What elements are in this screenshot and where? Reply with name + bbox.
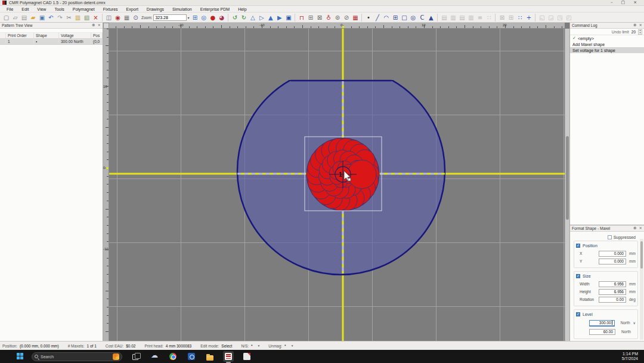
format-panel-scrollbar[interactable]	[640, 239, 643, 340]
print-preview-icon[interactable]: ◫	[105, 14, 113, 21]
minimize-button[interactable]: –	[611, 0, 613, 5]
chrome-icon[interactable]	[168, 351, 178, 362]
open-folder-icon[interactable]: ▰	[29, 14, 37, 21]
rotate-ccw-icon[interactable]: ↺	[231, 14, 239, 21]
voltage-secondary-input[interactable]: 60.00	[589, 329, 615, 335]
height-input[interactable]: 6.956	[599, 289, 626, 295]
delete-icon[interactable]: ×	[92, 14, 100, 21]
maxel-pattern[interactable]: 1	[306, 138, 379, 211]
close-icon[interactable]: ×	[639, 226, 642, 231]
draw-ring-icon[interactable]: C	[418, 14, 426, 21]
menu-drawings[interactable]: Drawings	[143, 6, 168, 13]
polarity-view-icon[interactable]: ◉	[114, 14, 122, 21]
menu-simulation[interactable]: Simulation	[168, 6, 196, 13]
command-log-entry[interactable]: Set voltage for 1 shape	[570, 47, 644, 53]
magnet-pie-icon[interactable]: ◕	[218, 14, 225, 21]
flip-down-icon[interactable]: ▲	[267, 14, 274, 21]
grid-toggle-icon[interactable]: ⊞	[191, 14, 199, 21]
array-grid-add-icon[interactable]: ⊠	[315, 14, 323, 21]
task-view-icon[interactable]	[131, 351, 141, 362]
paste-icon[interactable]: ▧	[83, 14, 91, 21]
show-points-icon[interactable]: ∷	[516, 14, 524, 21]
array-grid-icon[interactable]: ⊞	[306, 14, 314, 21]
command-log-entry[interactable]: ✓<empty>	[570, 35, 644, 41]
sphere-array-off-icon[interactable]: ⊘	[342, 14, 350, 21]
suppressed-checkbox[interactable]	[608, 235, 612, 239]
voltage-input[interactable]: 300.00	[589, 320, 615, 326]
maximize-button[interactable]: ▢	[621, 0, 626, 5]
menu-tools[interactable]: Tools	[50, 6, 68, 13]
scrollbar-thumb[interactable]	[640, 241, 643, 269]
snap-target-icon[interactable]: ◎	[200, 14, 208, 21]
menu-edit[interactable]: Edit	[17, 6, 33, 13]
flip-left-icon[interactable]: ▶	[275, 14, 283, 21]
checker-array-icon[interactable]: ▦	[351, 14, 359, 21]
y-input[interactable]: 0.000	[599, 259, 626, 264]
rotation-input[interactable]: 0.00	[599, 297, 626, 303]
cut-icon[interactable]: ✂	[65, 14, 73, 21]
rotate-cw-icon[interactable]: ↻	[240, 14, 247, 21]
draw-grid-icon[interactable]: ⊞	[391, 14, 399, 21]
magnet-circle-icon[interactable]: ●	[209, 14, 216, 21]
flip-right-icon[interactable]: ▷	[258, 14, 265, 21]
outlook-icon[interactable]	[186, 351, 197, 362]
draw-line-icon[interactable]: ╱	[373, 14, 381, 21]
new-file-icon[interactable]: ▢	[2, 14, 10, 21]
pin-icon[interactable]: ⊕	[633, 226, 636, 231]
search-highlights-icon[interactable]	[113, 353, 119, 360]
file-explorer-icon[interactable]	[205, 351, 215, 362]
menu-file[interactable]: File	[2, 6, 17, 13]
level-checkbox[interactable]	[576, 312, 580, 316]
move-tool-icon[interactable]: +	[525, 14, 532, 21]
redo-icon[interactable]: ↷	[56, 14, 64, 21]
table-row[interactable]: 1•300.00 North(0,0	[0, 39, 103, 45]
status-dropdown-icon[interactable]: ▾	[258, 344, 260, 347]
menu-export[interactable]: Export	[122, 6, 143, 13]
draw-circle-icon[interactable]: ◎	[409, 14, 417, 21]
open-file-icon[interactable]: ▱	[11, 14, 19, 21]
zoom-tool-icon[interactable]: ⊙	[132, 14, 140, 21]
flip-up-icon[interactable]: △	[249, 14, 256, 21]
draw-arc-icon[interactable]: ◠	[382, 14, 390, 21]
close-button[interactable]: ×	[633, 0, 637, 5]
search-input[interactable]: Search	[32, 352, 122, 361]
zoom-dropdown-icon[interactable]: ▾	[187, 16, 189, 20]
menu-fixtures[interactable]: Fixtures	[99, 6, 122, 13]
pin-icon[interactable]: ⊕	[92, 23, 95, 28]
status-dropdown-icon[interactable]: ▾	[292, 344, 293, 347]
import-file-icon[interactable]: ▤	[20, 14, 28, 21]
copy-icon[interactable]: ▥	[74, 14, 82, 21]
undo-icon[interactable]: ↶	[47, 14, 55, 21]
polarity-value[interactable]: North	[621, 321, 630, 325]
pdm-doc-icon[interactable]	[242, 351, 252, 362]
magnet-grid-icon[interactable]: ⊓	[298, 14, 305, 21]
scrollbar-thumb[interactable]	[566, 136, 569, 220]
menu-help[interactable]: Help	[234, 6, 250, 13]
polymagnet-cad-icon[interactable]	[223, 351, 234, 362]
draw-point-icon[interactable]: •	[364, 14, 372, 21]
canvas-vertical-scrollbar[interactable]	[565, 29, 569, 341]
weather-icon[interactable]	[149, 351, 160, 362]
menu-polymagnet[interactable]: Polymagnet	[69, 6, 99, 13]
marquee-select-icon[interactable]: ▦	[123, 14, 131, 21]
size-checkbox[interactable]	[576, 274, 580, 278]
position-checkbox[interactable]	[576, 244, 580, 248]
menu-view[interactable]: View	[33, 6, 50, 13]
sphere-array-icon[interactable]: ⊛	[333, 14, 341, 21]
undo-limit-spinner[interactable]	[638, 29, 642, 35]
save-icon[interactable]: ▣	[38, 14, 46, 21]
pin-icon[interactable]: ⊕	[633, 23, 636, 28]
command-log-entry[interactable]: Add Maxel shape	[570, 41, 644, 47]
canvas-drawing[interactable]: 1	[109, 29, 565, 341]
taskbar-clock[interactable]: 1:14 PM 5/7/2024	[622, 352, 644, 361]
close-icon[interactable]: ×	[639, 23, 642, 28]
menu-enterprise-pdm[interactable]: Enterprise PDM	[196, 6, 234, 13]
design-canvas[interactable]: -20-1001020 100-10 1	[103, 23, 569, 341]
draw-rect-icon[interactable]: □	[400, 14, 408, 21]
x-input[interactable]: 0.000	[599, 251, 626, 257]
zoom-input[interactable]	[153, 14, 187, 21]
start-button[interactable]	[17, 353, 24, 361]
close-icon[interactable]: ×	[98, 23, 101, 28]
polarity-dropdown-icon[interactable]: ∨	[633, 321, 636, 325]
place-pin-icon[interactable]: ♁	[324, 14, 332, 21]
